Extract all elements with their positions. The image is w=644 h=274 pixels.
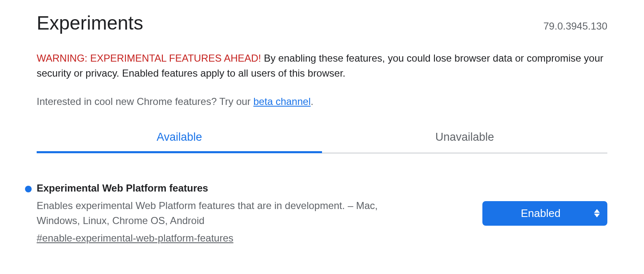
tab-unavailable[interactable]: Unavailable — [322, 131, 607, 153]
page-title: Experiments — [37, 12, 143, 34]
warning-label: WARNING: EXPERIMENTAL FEATURES AHEAD! — [37, 52, 261, 64]
flag-description: Enables experimental Web Platform featur… — [37, 198, 403, 228]
beta-prefix: Interested in cool new Chrome features? … — [37, 96, 253, 107]
status-dot-icon — [25, 186, 32, 192]
beta-suffix: . — [311, 96, 314, 107]
version-label: 79.0.3945.130 — [544, 20, 607, 32]
flag-title: Experimental Web Platform features — [37, 182, 466, 194]
flag-state-select[interactable]: Enabled — [482, 201, 607, 226]
updown-arrows-icon — [594, 209, 600, 217]
flag-hash-link[interactable]: #enable-experimental-web-platform-featur… — [37, 232, 233, 244]
beta-channel-link[interactable]: beta channel — [253, 96, 310, 107]
header-row: Experiments 79.0.3945.130 — [37, 12, 607, 34]
experiments-page: Experiments 79.0.3945.130 WARNING: EXPER… — [0, 0, 644, 261]
flag-info: Experimental Web Platform features Enabl… — [37, 182, 482, 244]
flag-row: Experimental Web Platform features Enabl… — [37, 182, 607, 244]
warning-block: WARNING: EXPERIMENTAL FEATURES AHEAD! By… — [37, 51, 607, 81]
tabs: Available Unavailable — [37, 131, 607, 153]
beta-block: Interested in cool new Chrome features? … — [37, 96, 607, 107]
flag-state-value: Enabled — [521, 207, 560, 219]
tab-available[interactable]: Available — [37, 131, 322, 153]
